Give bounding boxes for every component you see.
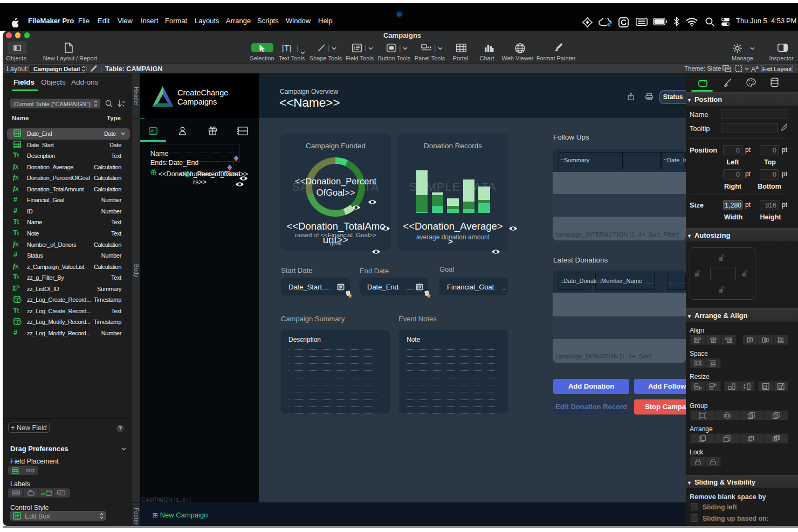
svg-text:a: a: [122, 100, 125, 103]
svg-text:abc: abc: [29, 489, 33, 492]
svg-text:z: z: [122, 104, 125, 108]
svg-text:abc: abc: [41, 492, 46, 495]
